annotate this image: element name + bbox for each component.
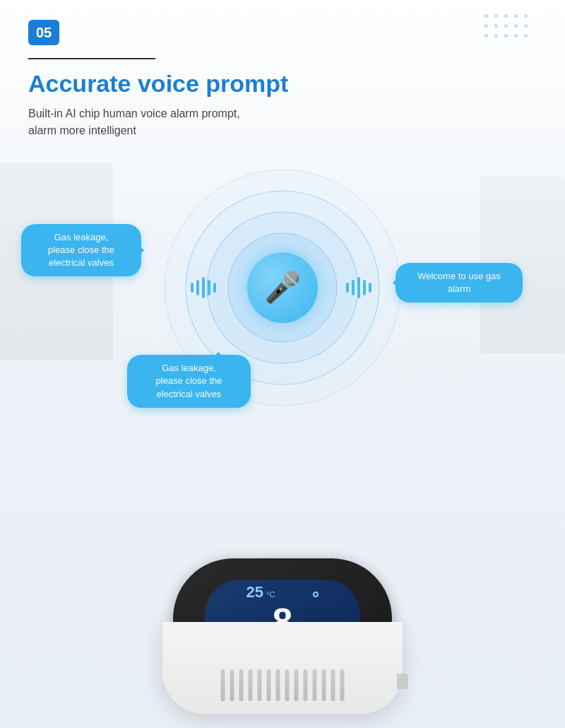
sound-waves-left <box>191 277 216 298</box>
grill-bar <box>295 669 299 701</box>
main-title: Accurate voice prompt <box>28 69 537 98</box>
screen-top-row: 25 °C <box>246 583 319 601</box>
grill-bar <box>267 669 271 701</box>
wave-bar <box>213 283 216 293</box>
device-body <box>162 622 403 714</box>
mic-circle: 🎤 <box>247 252 318 323</box>
header-section: 05 Accurate voice prompt Built-in AI chi… <box>0 0 565 146</box>
bubble-left-line1: Gas leakage, <box>54 232 109 242</box>
sound-waves-right <box>346 277 371 298</box>
grill-bar <box>331 669 335 701</box>
wave-bar <box>352 280 355 295</box>
wave-bar <box>208 280 210 295</box>
grill-bar <box>230 669 234 701</box>
status-dot <box>313 592 319 597</box>
grill-bar <box>239 669 244 701</box>
temp-value: 25 <box>246 583 263 601</box>
wave-bar <box>369 283 371 293</box>
bubble-bottom-line1: Gas leakage, <box>162 363 216 373</box>
wave-bar <box>363 280 366 295</box>
grill-bar <box>313 669 317 701</box>
subtitle: Built-in AI chip human voice alarm promp… <box>28 105 325 139</box>
bubble-bottom: Gas leakage, please close the electrical… <box>127 355 251 408</box>
step-badge: 05 <box>28 20 59 45</box>
device-section: 25 °C 8 GAS %LEL <box>0 474 565 728</box>
bubble-left: Gas leakage, please close the electrical… <box>21 224 141 277</box>
grill-bar <box>285 669 290 701</box>
description-line1: Built-in AI chip human voice alarm promp… <box>28 107 240 119</box>
wave-bar <box>346 283 349 293</box>
grill-bar <box>276 669 280 701</box>
bubble-left-line2: please close the electrical valves <box>48 245 114 268</box>
temp-unit: °C <box>266 590 275 599</box>
grill-bar <box>304 669 308 701</box>
wave-bar <box>196 280 199 295</box>
device-wrapper: 25 °C 8 GAS %LEL <box>155 558 410 714</box>
description-line2: alarm more intelligent <box>28 124 136 136</box>
grill-bar <box>340 669 345 701</box>
grill-bar <box>221 669 225 701</box>
wave-bar <box>191 283 194 293</box>
divider-line <box>28 58 155 59</box>
device-plug <box>397 674 408 689</box>
grill-bar <box>249 669 253 701</box>
bubble-right-text: Welcome to use gas alarm <box>417 271 501 294</box>
page-container: 05 Accurate voice prompt Built-in AI chi… <box>0 0 565 728</box>
wave-bar <box>202 277 205 298</box>
bubble-right: Welcome to use gas alarm <box>396 263 523 303</box>
grill-bar <box>258 669 262 701</box>
bubble-bottom-line2: please close the electrical valves <box>156 375 222 399</box>
microphone-icon: 🎤 <box>264 270 301 305</box>
grill-bar <box>322 669 326 701</box>
wave-bar <box>357 277 360 298</box>
voice-section: 🎤 Gas leakage, please close the electric… <box>0 153 565 422</box>
ventilation-grills <box>221 669 345 701</box>
